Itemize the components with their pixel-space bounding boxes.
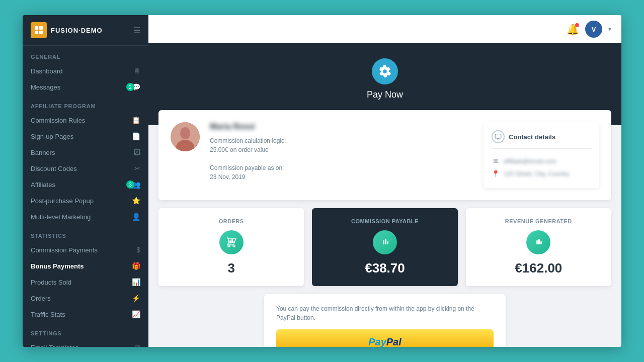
sidebar-item-email-templates[interactable]: Email Templates ✉ <box>23 339 148 347</box>
products-sold-label: Products Sold <box>31 279 71 286</box>
section-general: General <box>23 46 148 63</box>
user-avatar[interactable]: V <box>585 21 602 38</box>
orders-stat-value: 3 <box>227 260 234 276</box>
pay-now-button[interactable] <box>372 58 398 84</box>
sidebar-item-banners[interactable]: Banners 🖼 <box>23 144 148 160</box>
sidebar-item-signup-pages[interactable]: Sign-up Pages 📄 <box>23 128 148 144</box>
user-menu-arrow[interactable]: ▾ <box>608 26 611 33</box>
section-affiliate: Affiliate program <box>23 95 148 112</box>
orders-label: Orders <box>31 295 51 302</box>
contact-header-icon <box>492 130 505 143</box>
sidebar-item-affiliates[interactable]: Affiliates 3 👥 <box>23 176 148 193</box>
commission-payments-label: Commission Payments <box>31 246 98 254</box>
top-bar: 🔔 V ▾ <box>148 15 621 43</box>
svg-rect-12 <box>385 239 386 244</box>
banners-label: Banners <box>31 149 55 156</box>
contact-address-row: 📍 123 Street, City, Country <box>492 167 591 180</box>
traffic-stats-label: Traffic Stats <box>31 311 65 318</box>
discount-codes-icon: ✂ <box>134 164 140 172</box>
sidebar-item-commission-rules[interactable]: Commission Rules 📋 <box>23 112 148 128</box>
svg-rect-10 <box>233 241 235 243</box>
email-icon: ✉ <box>492 157 500 165</box>
svg-rect-0 <box>35 26 38 30</box>
contact-email-row: ✉ affiliate@email.com <box>492 155 591 167</box>
logo-icon <box>31 22 47 38</box>
banners-icon: 🖼 <box>133 148 140 156</box>
svg-rect-15 <box>538 239 540 244</box>
affiliate-info: Maria Rossi Commission calulation logic:… <box>210 122 473 188</box>
dashboard-icon: 🖥 <box>133 67 140 75</box>
orders-icon: ⚡ <box>132 294 140 302</box>
menu-toggle-icon[interactable]: ☰ <box>133 26 140 35</box>
main-content: 🔔 V ▾ Pay Now <box>148 15 621 347</box>
sidebar-item-post-purchase[interactable]: Post-purchase Popup ⭐ <box>23 193 148 209</box>
svg-rect-2 <box>35 31 38 34</box>
svg-rect-11 <box>383 240 384 244</box>
affiliate-card: Maria Rossi Commission calulation logic:… <box>158 110 611 200</box>
svg-rect-1 <box>39 26 43 30</box>
stats-row: ORDERS 3 COMMISSION PAYABLE <box>158 208 611 286</box>
signup-pages-label: Sign-up Pages <box>31 133 73 140</box>
affiliates-label: Affiliates <box>31 181 55 189</box>
post-purchase-label: Post-purchase Popup <box>31 197 94 205</box>
contact-section-title: Contact details <box>509 133 555 141</box>
affiliates-badge: 3 <box>126 180 134 189</box>
sidebar-item-mlm[interactable]: Multi-level Marketing 👤 <box>23 209 148 225</box>
bonus-payments-icon: 🎁 <box>132 262 140 270</box>
sidebar-item-bonus-payments[interactable]: Bonus Payments 🎁 <box>23 258 148 274</box>
mlm-label: Multi-level Marketing <box>31 213 91 221</box>
sidebar-item-commission-payments[interactable]: Commission Payments $ <box>23 242 148 258</box>
contact-panel: Contact details ✉ affiliate@email.com 📍 … <box>484 122 599 188</box>
dashboard-label: Dashboard <box>31 67 63 75</box>
stat-card-revenue: REVENUE GENERATED €162.00 <box>466 208 611 286</box>
notification-bell[interactable]: 🔔 <box>567 23 579 35</box>
hero-title: Pay Now <box>367 89 403 100</box>
svg-rect-3 <box>39 31 43 34</box>
sidebar-item-products-sold[interactable]: Products Sold 📊 <box>23 274 148 290</box>
commission-payments-icon: $ <box>136 246 140 254</box>
contact-header: Contact details <box>492 130 591 149</box>
svg-rect-14 <box>536 240 538 244</box>
stat-card-commission: COMMISSION PAYABLE €38.70 <box>312 208 457 286</box>
svg-rect-7 <box>495 134 501 138</box>
payable-label: Commission payable as on: <box>210 164 473 171</box>
svg-rect-13 <box>387 241 388 244</box>
commission-rules-label: Commission Rules <box>31 117 85 124</box>
svg-rect-9 <box>231 239 233 243</box>
signup-pages-icon: 📄 <box>132 132 140 140</box>
sidebar-item-traffic-stats[interactable]: Traffic Stats 📈 <box>23 306 148 322</box>
revenue-stat-label: REVENUE GENERATED <box>505 218 572 224</box>
location-icon: 📍 <box>492 170 500 177</box>
orders-stat-icon <box>219 230 244 254</box>
commission-stat-label: COMMISSION PAYABLE <box>351 218 419 224</box>
sidebar-item-orders[interactable]: Orders ⚡ <box>23 290 148 306</box>
stat-card-orders: ORDERS 3 <box>158 208 304 286</box>
payable-date: 23 Nov, 2019 <box>210 173 473 180</box>
contact-email: affiliate@email.com <box>504 158 556 165</box>
email-templates-icon: ✉ <box>134 343 140 347</box>
bonus-payments-label: Bonus Payments <box>31 262 84 270</box>
commission-logic-value: 25.00€ on order value <box>210 146 473 153</box>
commission-stat-icon <box>373 230 397 254</box>
contact-address: 123 Street, City, Country <box>504 170 570 177</box>
affiliate-name: Maria Rossi <box>210 122 473 131</box>
post-purchase-icon: ⭐ <box>132 197 140 205</box>
messages-label: Messages <box>31 83 60 91</box>
revenue-stat-icon <box>526 230 550 254</box>
section-settings: Settings <box>23 322 148 339</box>
sidebar-item-messages[interactable]: Messages 2 💬 <box>23 79 148 95</box>
section-statistics: Statistics <box>23 225 148 242</box>
topbar-icons: 🔔 V ▾ <box>567 21 611 38</box>
paypal-button[interactable]: PayPal <box>276 329 494 347</box>
svg-rect-16 <box>540 241 542 244</box>
orders-stat-label: ORDERS <box>219 218 244 224</box>
sidebar-logo: FUSION·DEMO ☰ <box>23 15 148 46</box>
email-templates-label: Email Templates <box>31 344 78 347</box>
svg-rect-8 <box>229 240 231 243</box>
paypal-card: You can pay the commission directly from… <box>264 294 506 347</box>
sidebar: FUSION·DEMO ☰ General Dashboard 🖥 Messag… <box>23 15 148 347</box>
sidebar-item-dashboard[interactable]: Dashboard 🖥 <box>23 63 148 79</box>
sidebar-item-discount-codes[interactable]: Discount Codes ✂ <box>23 160 148 176</box>
content-area: Maria Rossi Commission calulation logic:… <box>148 110 621 347</box>
traffic-stats-icon: 📈 <box>132 310 140 318</box>
